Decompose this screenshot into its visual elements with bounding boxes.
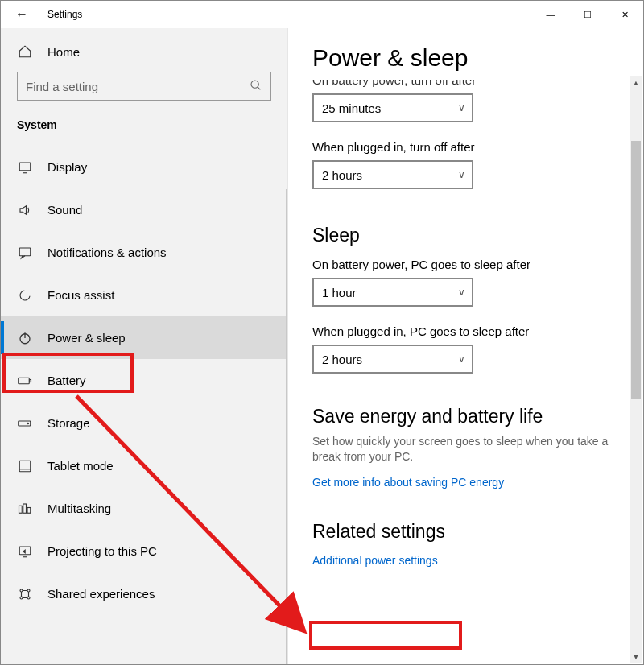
sidebar-item-label: Battery — [47, 374, 86, 387]
multitasking-icon — [17, 502, 33, 516]
projecting-icon — [17, 544, 33, 559]
save-energy-heading: Save energy and battery life — [312, 406, 627, 428]
minimize-button[interactable]: — — [532, 2, 569, 27]
scroll-up-icon[interactable]: ▲ — [630, 76, 642, 89]
sidebar-item-storage[interactable]: Storage — [1, 402, 287, 444]
sidebar-item-label: Sound — [47, 203, 82, 217]
scroll-down-icon[interactable]: ▼ — [630, 651, 642, 663]
content-pane: Power & sleep On battery power, turn off… — [288, 28, 643, 664]
sidebar-item-label: Display — [47, 160, 87, 174]
sidebar-item-label: Notifications & actions — [47, 246, 167, 259]
sidebar-item-display[interactable]: Display — [1, 146, 287, 188]
chevron-down-icon: ∨ — [458, 102, 465, 114]
svg-rect-4 — [19, 248, 31, 256]
sleep-battery-label: On battery power, PC goes to sleep after — [312, 258, 627, 271]
search-box[interactable] — [17, 72, 271, 101]
sleep-plugged-label: When plugged in, PC goes to sleep after — [312, 324, 627, 338]
svg-line-1 — [258, 87, 260, 89]
save-energy-help: Set how quickly your screen goes to slee… — [312, 434, 627, 465]
sleep-battery-dropdown[interactable]: 1 hour ∨ — [312, 278, 473, 307]
window-title: Settings — [47, 9, 532, 20]
display-icon — [17, 160, 33, 175]
sleep-battery-value: 1 hour — [322, 286, 357, 299]
svg-point-19 — [20, 597, 23, 599]
sleep-heading: Sleep — [312, 225, 627, 246]
maximize-button[interactable]: ☐ — [569, 2, 606, 27]
notifications-icon — [17, 246, 33, 260]
sidebar-scrollbar[interactable] — [286, 189, 287, 664]
search-icon — [242, 79, 270, 94]
sidebar: Home System DisplaySoundNotifications & … — [1, 28, 288, 664]
sidebar-item-label: Projecting to this PC — [47, 544, 157, 558]
svg-rect-11 — [19, 461, 31, 472]
page-title: Power & sleep — [312, 44, 627, 72]
search-input[interactable] — [18, 80, 242, 93]
sidebar-item-sound[interactable]: Sound — [1, 188, 287, 231]
home-button[interactable]: Home — [1, 36, 287, 67]
sidebar-item-label: Shared experiences — [47, 587, 155, 601]
related-heading: Related settings — [312, 521, 627, 543]
home-label: Home — [47, 45, 80, 59]
sidebar-item-battery[interactable]: Battery — [1, 359, 287, 402]
sleep-plugged-value: 2 hours — [322, 353, 362, 366]
chevron-down-icon: ∨ — [458, 287, 465, 298]
svg-rect-15 — [27, 507, 31, 513]
chevron-down-icon: ∨ — [458, 169, 465, 180]
svg-point-20 — [27, 597, 30, 599]
screen-plugged-dropdown[interactable]: 2 hours ∨ — [312, 160, 473, 189]
sidebar-item-power-sleep[interactable]: Power & sleep — [1, 316, 287, 359]
home-icon — [17, 44, 33, 59]
sidebar-item-multitasking[interactable]: Multitasking — [1, 487, 287, 530]
svg-rect-13 — [19, 506, 23, 513]
sidebar-item-label: Tablet mode — [47, 459, 114, 473]
sidebar-item-focus-assist[interactable]: Focus assist — [1, 274, 287, 316]
battery-icon — [17, 374, 33, 388]
screen-plugged-value: 2 hours — [322, 168, 362, 182]
power-sleep-icon — [17, 331, 33, 345]
svg-rect-14 — [23, 504, 27, 513]
back-button[interactable]: ← — [12, 5, 31, 24]
screen-battery-dropdown[interactable]: 25 minutes ∨ — [312, 93, 473, 122]
sound-icon — [17, 203, 33, 217]
sidebar-item-tablet-mode[interactable]: Tablet mode — [1, 444, 287, 487]
shared-experiences-icon — [17, 587, 33, 601]
sidebar-item-label: Storage — [47, 416, 90, 430]
screen-battery-label: On battery power, turn off after — [312, 73, 627, 87]
sidebar-item-label: Focus assist — [47, 288, 114, 302]
sidebar-item-projecting[interactable]: Projecting to this PC — [1, 530, 287, 572]
screen-battery-value: 25 minutes — [322, 101, 381, 115]
scroll-thumb[interactable] — [631, 141, 641, 399]
screen-plugged-label: When plugged in, turn off after — [312, 140, 627, 154]
category-label: System — [1, 112, 287, 146]
focus-assist-icon — [17, 288, 33, 303]
storage-icon — [17, 416, 33, 431]
sidebar-item-label: Power & sleep — [47, 331, 126, 345]
svg-rect-8 — [30, 379, 31, 382]
additional-power-settings-link[interactable]: Additional power settings — [312, 554, 438, 567]
save-energy-link[interactable]: Get more info about saving PC energy — [312, 476, 504, 489]
sleep-plugged-dropdown[interactable]: 2 hours ∨ — [312, 345, 473, 374]
svg-rect-7 — [19, 378, 30, 384]
content-scrollbar[interactable]: ▲ ▼ — [630, 76, 642, 663]
tablet-mode-icon — [17, 459, 33, 473]
sidebar-item-notifications[interactable]: Notifications & actions — [1, 231, 287, 274]
sidebar-item-label: Multitasking — [47, 502, 111, 515]
svg-point-0 — [251, 81, 258, 88]
svg-rect-2 — [19, 163, 31, 171]
chevron-down-icon: ∨ — [458, 353, 465, 365]
close-button[interactable]: ✕ — [606, 2, 643, 27]
svg-point-17 — [20, 589, 23, 592]
svg-point-10 — [27, 423, 29, 424]
sidebar-item-shared-experiences[interactable]: Shared experiences — [1, 572, 287, 615]
titlebar: ← Settings — ☐ ✕ — [1, 1, 643, 28]
svg-point-18 — [27, 589, 30, 592]
